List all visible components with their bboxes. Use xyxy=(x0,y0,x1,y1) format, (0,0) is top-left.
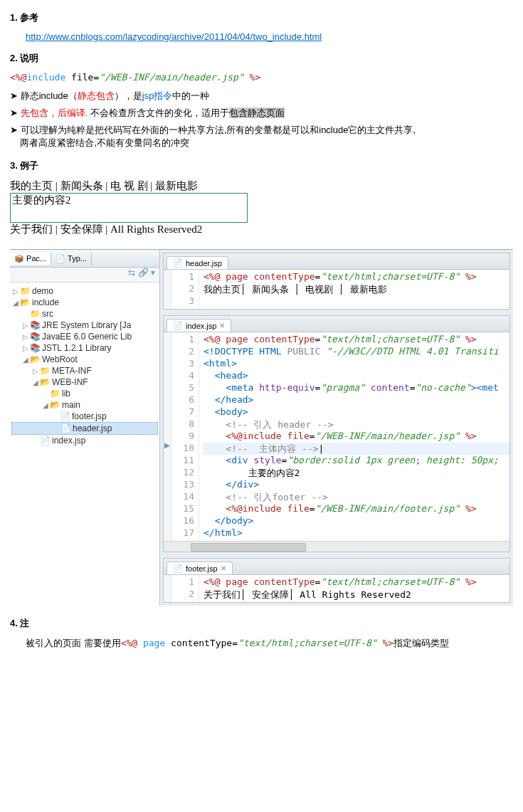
lt-pac: Pac... xyxy=(26,254,46,263)
tab-header-label: header.jsp xyxy=(186,259,222,268)
tree-item[interactable]: ▷📚JSTL 1.2.1 Library xyxy=(11,342,158,354)
ide-area: 📦 Pac... 📄 Typ... ⇆ 🔗 ▾ ▷📁demo◢📂include … xyxy=(10,249,513,606)
sec-num-1: 1. xyxy=(10,12,18,23)
menu-icon[interactable]: ▾ xyxy=(151,268,155,278)
tok-kw: include xyxy=(26,72,65,83)
lt-typ: Typ... xyxy=(68,254,87,263)
tree-item[interactable]: ▷📚JRE System Library [Ja xyxy=(11,320,158,331)
section1-title: 1. 参考 xyxy=(10,11,513,24)
b2-a: 不会检查所含文件的变化，适用于 xyxy=(88,107,229,118)
tree-item[interactable]: ◢📂include xyxy=(11,297,158,308)
tree-item[interactable]: ▷📚JavaEE 6.0 Generic Lib xyxy=(11,331,158,342)
nt-attr: contentType= xyxy=(171,638,238,648)
tok-open: <%@ xyxy=(10,72,26,83)
close-icon[interactable]: ✕ xyxy=(221,564,226,572)
tree-item[interactable]: ▷📁demo xyxy=(11,285,158,297)
note-pre: 被引入的页面 需要使用 xyxy=(26,638,121,648)
left-toolbar: ⇆ 🔗 ▾ xyxy=(10,268,159,283)
b1-b: ），是 xyxy=(115,90,142,101)
tree-item[interactable]: ◢📂WebRoot xyxy=(11,354,158,365)
demo-footer-row: 关于我们 | 安全保障 | All Rights Reserved2 xyxy=(10,223,513,236)
section4-title: 4. 注 xyxy=(10,617,513,630)
nt-open: <%@ xyxy=(121,638,137,648)
sec-title-3: 例子 xyxy=(20,160,38,171)
tree-item[interactable]: ◢📂main xyxy=(11,399,158,411)
sec-title-2: 说明 xyxy=(20,53,38,63)
editor-footer: 📄 footer.jsp ✕ 12 <%@ page contentType="… xyxy=(163,558,510,603)
tab-index-jsp[interactable]: 📄 index.jsp ✕ xyxy=(167,319,231,332)
b2-red: 先包含，后编译. xyxy=(21,107,88,118)
bullet-2: 先包含，后编译. 不会检查所含文件的变化，适用于包含静态页面 xyxy=(10,107,513,120)
demo-body-box: 主要的内容2 xyxy=(10,193,248,223)
tree-item[interactable]: 📄index.jsp xyxy=(11,435,158,446)
section3-title: 3. 例子 xyxy=(10,159,513,172)
section2-title: 2. 说明 xyxy=(10,52,513,65)
tok-val: "/WEB-INF/main/header.jsp" xyxy=(99,72,244,83)
code-footer[interactable]: <%@ page contentType="text/html;charset=… xyxy=(199,575,509,602)
sec-num-2: 2. xyxy=(10,53,18,63)
b1-red: 静态包含 xyxy=(78,90,115,101)
tree-item[interactable]: ◢📂WEB-INF xyxy=(11,376,158,388)
tree-item[interactable]: 📄footer.jsp xyxy=(11,411,158,422)
tree-item[interactable]: 📄header.jsp xyxy=(11,422,158,435)
tree-item[interactable]: 📁src xyxy=(11,308,158,320)
nt-val: "text/html;charset=UTF-8" xyxy=(238,638,377,648)
tab-footer-label: footer.jsp xyxy=(186,564,218,573)
note-post: 指定编码类型 xyxy=(393,638,449,648)
close-icon[interactable]: ✕ xyxy=(219,322,225,329)
project-tree[interactable]: ▷📁demo◢📂include 📁src▷📚JRE System Library… xyxy=(10,283,159,449)
tab-header-jsp[interactable]: 📄 header.jsp xyxy=(167,256,228,269)
reference-link[interactable]: http://www.cnblogs.com/lazycoding/archiv… xyxy=(26,31,322,42)
b1-blue: jsp指令 xyxy=(142,90,173,101)
bullet-1: 静态include（静态包含），是jsp指令中的一种 xyxy=(10,90,513,102)
note-text: 被引入的页面 需要使用<%@ page contentType="text/ht… xyxy=(26,637,513,650)
tab-index-label: index.jsp xyxy=(186,322,216,330)
collapse-icon[interactable]: ⇆ xyxy=(128,268,135,278)
left-tab-package[interactable]: 📦 Pac... xyxy=(10,253,51,265)
editor-index: 📄 index.jsp ✕ ▶ 123456789101112131415161… xyxy=(163,315,510,552)
package-explorer: 📦 Pac... 📄 Typ... ⇆ 🔗 ▾ ▷📁demo◢📂include … xyxy=(10,250,160,606)
horizontal-scrollbar[interactable] xyxy=(164,541,509,552)
include-directive-code: <%@include file="/WEB-INF/main/header.js… xyxy=(10,72,513,83)
left-tab-type[interactable]: 📄 Typ... xyxy=(51,253,92,265)
tok-attr: file= xyxy=(71,72,99,83)
tree-item[interactable]: ▷📁META-INF xyxy=(11,365,158,376)
tab-footer-jsp[interactable]: 📄 footer.jsp ✕ xyxy=(167,561,233,574)
b1-c: 中的一种 xyxy=(172,90,209,101)
b2-hl: 包含静态页面 xyxy=(229,107,285,118)
nt-kw: page xyxy=(143,638,165,648)
link-icon[interactable]: 🔗 xyxy=(138,268,149,278)
sec-title-4: 注 xyxy=(20,618,29,628)
code-index[interactable]: <%@ page contentType="text/html;charset=… xyxy=(199,332,509,541)
editor-header: 📄 header.jsp 123 <%@ page contentType="t… xyxy=(163,253,510,310)
tree-item[interactable]: 📁lib xyxy=(11,388,158,399)
bullet-3: 可以理解为纯粹是把代码写在外面的一种共享方法,所有的变量都是可以和include… xyxy=(10,124,513,149)
b1-a: 静态include（ xyxy=(21,90,78,101)
sec-num-4: 4. xyxy=(10,618,18,628)
code-header[interactable]: <%@ page contentType="text/html;charset=… xyxy=(199,270,509,309)
b3-b: 两者高度紧密结合,不能有变量同名的冲突 xyxy=(20,137,189,148)
sec-title-1: 参考 xyxy=(20,12,38,23)
nt-close: %> xyxy=(383,638,394,648)
demo-header-row: 我的主页 | 新闻头条 | 电 视 剧 | 最新电影 xyxy=(10,179,513,193)
b3-a: 可以理解为纯粹是把代码写在外面的一种共享方法,所有的变量都是可以和include… xyxy=(21,125,416,135)
tok-close: %> xyxy=(250,72,261,83)
sec-num-3: 3. xyxy=(10,160,18,171)
